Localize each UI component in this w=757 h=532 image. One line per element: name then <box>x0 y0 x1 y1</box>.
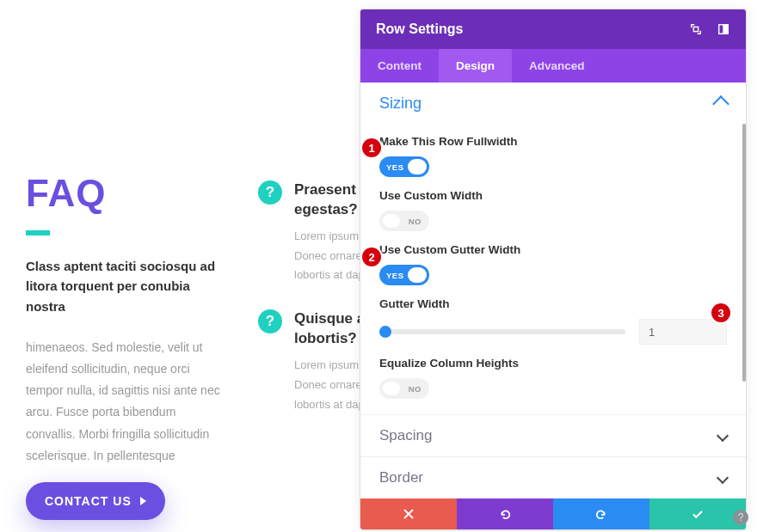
faq-heading: FAQ <box>26 172 224 215</box>
snap-right-icon[interactable] <box>717 22 730 36</box>
faq-divider-accent <box>26 230 50 235</box>
save-button[interactable] <box>649 498 746 529</box>
toggle-knob <box>408 267 427 283</box>
svg-rect-2 <box>723 25 728 34</box>
chevron-up-icon <box>712 95 729 113</box>
tab-advanced[interactable]: Advanced <box>512 49 602 83</box>
tab-design[interactable]: Design <box>439 49 512 83</box>
toggle-state-text: NO <box>409 384 422 394</box>
border-section-header[interactable]: Border <box>360 456 746 498</box>
question-icon: ? <box>258 309 282 333</box>
border-title: Border <box>379 469 423 486</box>
redo-button[interactable] <box>553 498 649 529</box>
play-icon <box>140 497 146 505</box>
annotation-callout-1: 1 <box>362 138 381 157</box>
custom-gutter-control: Use Custom Gutter Width YES <box>379 243 727 285</box>
scrollbar[interactable] <box>742 124 746 382</box>
faq-body-text: himenaeos. Sed molestie, velit ut eleife… <box>26 337 224 467</box>
help-bubble-icon[interactable]: ? <box>733 510 748 525</box>
modal-header[interactable]: Row Settings <box>360 9 746 49</box>
gutter-width-slider[interactable] <box>379 329 625 334</box>
gutter-width-control: Gutter Width <box>379 297 727 345</box>
equalize-heights-label: Equalize Column Heights <box>379 357 727 370</box>
expand-icon[interactable] <box>689 22 703 36</box>
toggle-knob <box>382 213 401 229</box>
equalize-heights-toggle[interactable]: NO <box>379 378 429 399</box>
faq-column: FAQ Class aptent taciti sociosqu ad lito… <box>26 26 224 520</box>
contact-us-button[interactable]: CONTACT US <box>26 482 165 520</box>
cancel-button[interactable] <box>360 498 457 529</box>
toggle-state-text: YES <box>386 271 404 280</box>
svg-rect-0 <box>693 27 698 31</box>
undo-button[interactable] <box>457 498 553 529</box>
gutter-width-input[interactable] <box>639 319 727 345</box>
annotation-callout-3: 3 <box>711 303 730 322</box>
row-settings-modal: Row Settings Content Design Advanced Siz… <box>360 9 747 530</box>
sizing-section-header[interactable]: Sizing <box>360 83 746 119</box>
toggle-state-text: YES <box>386 162 404 172</box>
slider-thumb[interactable] <box>379 326 391 338</box>
chevron-down-icon <box>717 472 729 484</box>
custom-width-toggle[interactable]: NO <box>379 211 429 231</box>
question-icon: ? <box>258 180 282 205</box>
custom-gutter-toggle[interactable]: YES <box>379 265 429 285</box>
equalize-heights-control: Equalize Column Heights NO <box>379 357 727 399</box>
modal-body: Sizing Make This Row Fullwidth YES Use C… <box>360 83 746 498</box>
modal-tabbar: Content Design Advanced <box>360 49 746 83</box>
sizing-section-body: Make This Row Fullwidth YES Use Custom W… <box>360 119 746 414</box>
sizing-section-title: Sizing <box>379 95 422 113</box>
tab-content[interactable]: Content <box>360 49 439 83</box>
contact-us-label: CONTACT US <box>45 494 132 508</box>
gutter-width-label: Gutter Width <box>379 297 727 310</box>
toggle-knob <box>382 381 401 396</box>
fullwidth-label: Make This Row Fullwidth <box>379 135 727 148</box>
spacing-title: Spacing <box>379 427 432 444</box>
modal-footer <box>360 498 746 529</box>
toggle-state-text: NO <box>409 217 422 226</box>
faq-subheading: Class aptent taciti sociosqu ad litora t… <box>26 256 224 316</box>
fullwidth-toggle[interactable]: YES <box>379 156 429 177</box>
custom-gutter-label: Use Custom Gutter Width <box>379 243 727 256</box>
spacing-section-header[interactable]: Spacing <box>360 414 746 456</box>
toggle-knob <box>408 159 427 174</box>
fullwidth-control: Make This Row Fullwidth YES <box>379 135 727 177</box>
annotation-callout-2: 2 <box>362 248 381 266</box>
custom-width-label: Use Custom Width <box>379 189 727 202</box>
chevron-down-icon <box>717 430 729 442</box>
modal-title: Row Settings <box>376 21 463 37</box>
custom-width-control: Use Custom Width NO <box>379 189 727 231</box>
